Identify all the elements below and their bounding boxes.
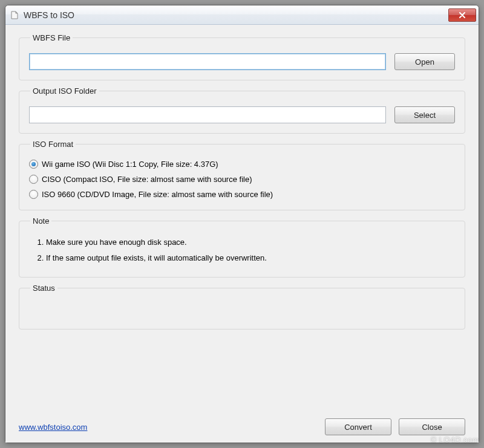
radio-wii-iso[interactable] <box>29 160 38 169</box>
iso-format-option-ciso[interactable]: CISO (Compact ISO, File size: almost sam… <box>29 175 455 184</box>
output-folder-legend: Output ISO Folder <box>30 86 99 96</box>
window-close-button[interactable] <box>448 8 476 22</box>
iso-format-option-iso9660[interactable]: ISO 9660 (CD/DVD Image, File size: almos… <box>29 190 455 199</box>
note-item: If the same output file exists, it will … <box>46 252 455 264</box>
radio-wii-iso-label: Wii game ISO (Wii Disc 1:1 Copy, File si… <box>42 160 218 169</box>
close-button[interactable]: Close <box>399 418 465 435</box>
app-icon <box>10 10 20 20</box>
titlebar: WBFS to ISO <box>5 5 479 25</box>
radio-iso9660-label: ISO 9660 (CD/DVD Image, File size: almos… <box>42 190 273 199</box>
note-item: Make sure you have enough disk space. <box>46 236 455 248</box>
output-folder-group: Output ISO Folder Select <box>19 86 465 134</box>
wbfs-file-input[interactable] <box>29 53 386 70</box>
radio-iso9660[interactable] <box>29 190 38 199</box>
iso-format-legend: ISO Format <box>30 140 76 149</box>
note-legend: Note <box>30 216 51 226</box>
iso-format-group: ISO Format Wii game ISO (Wii Disc 1:1 Co… <box>19 140 465 210</box>
status-text <box>29 302 455 319</box>
open-button[interactable]: Open <box>394 53 455 70</box>
wbfs-file-group: WBFS File Open <box>19 33 465 80</box>
window-title: WBFS to ISO <box>24 10 448 20</box>
output-folder-input[interactable] <box>29 106 386 123</box>
radio-ciso[interactable] <box>29 175 38 184</box>
note-group: Note Make sure you have enough disk spac… <box>19 216 465 278</box>
convert-button[interactable]: Convert <box>325 418 391 435</box>
select-button[interactable]: Select <box>394 106 455 123</box>
status-group: Status <box>19 284 465 330</box>
wbfs-file-legend: WBFS File <box>30 33 73 42</box>
iso-format-option-wii[interactable]: Wii game ISO (Wii Disc 1:1 Copy, File si… <box>29 160 455 169</box>
radio-ciso-label: CISO (Compact ISO, File size: almost sam… <box>42 175 252 184</box>
status-legend: Status <box>30 284 57 293</box>
footer: www.wbfstoiso.com Convert Close <box>19 414 465 435</box>
website-link[interactable]: www.wbfstoiso.com <box>19 423 87 432</box>
app-window: WBFS to ISO WBFS File Open Output ISO Fo… <box>5 5 479 443</box>
content-area: WBFS File Open Output ISO Folder Select … <box>5 25 479 443</box>
note-list: Make sure you have enough disk space. If… <box>29 236 455 264</box>
